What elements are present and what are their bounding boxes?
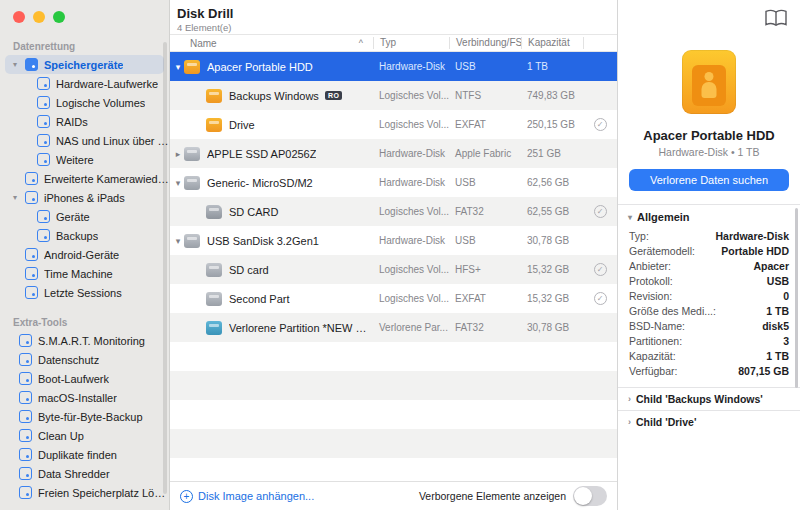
copy-icon (19, 410, 32, 423)
device-name: Apacer Portable HDD (618, 128, 800, 143)
external-drive-icon (25, 58, 38, 71)
column-header-name[interactable]: Name ^ (170, 38, 373, 49)
sidebar-item-raids[interactable]: RAIDs (0, 112, 169, 131)
sidebar-item-macos-installer[interactable]: macOS-Installer (0, 388, 169, 407)
chevron-down-icon[interactable]: ▾ (172, 62, 184, 72)
sidebar-item-logische-volumes[interactable]: Logische Volumes (0, 93, 169, 112)
sidebar-item-nas-linux-ssh[interactable]: NAS und Linux über SSH (0, 131, 169, 150)
sidebar-item-iphones-ipads[interactable]: ▾ iPhones & iPads (0, 188, 169, 207)
traffic-lights (13, 11, 65, 23)
disk-drill-window: Datenrettung ▾ Speichergeräte Hardware-L… (0, 0, 800, 510)
lost-partition-icon (206, 321, 222, 335)
detail-scrollbar[interactable] (795, 208, 798, 388)
chevron-right-icon: › (628, 417, 631, 427)
child-drive[interactable]: › Child 'Drive' (618, 410, 800, 433)
table-header: Name ^ Typ Verbindung/FS Kapazität (170, 34, 617, 52)
mounted-check-icon: ✓ (594, 205, 607, 218)
volume-icon (206, 89, 222, 103)
item-count: 4 Element(e) (177, 22, 617, 33)
chevron-down-icon[interactable]: ▾ (172, 236, 184, 246)
sidebar-item-erweiterte-kamerawiederherstellung[interactable]: Erweiterte Kamerawiederh... (0, 169, 169, 188)
table-row-drive[interactable]: Drive Logisches Vol... EXFAT 250,15 GB ✓ (170, 110, 617, 139)
chevron-right-icon[interactable]: ▸ (172, 149, 184, 159)
table-row-backups-windows[interactable]: Backups Windows RO Logisches Vol... NTFS… (170, 81, 617, 110)
column-header-typ[interactable]: Typ (373, 37, 449, 49)
section-title-datenrettung: Datenrettung (0, 37, 169, 55)
chevron-down-icon[interactable]: ▾ (13, 55, 25, 74)
internal-drive-icon (184, 147, 200, 161)
sidebar-item-geraete[interactable]: Geräte (0, 207, 169, 226)
zoom-button[interactable] (53, 11, 65, 23)
sidebar-item-backups[interactable]: Backups (0, 226, 169, 245)
eraser-icon (19, 486, 32, 499)
attach-disk-image-link[interactable]: + Disk Image anhängen... (180, 490, 314, 503)
nas-icon (37, 134, 50, 147)
hidden-items-label: Verborgene Elemente anzeigen (419, 490, 566, 502)
sidebar-item-android-geraete[interactable]: Android-Geräte (0, 245, 169, 264)
external-drive-icon (184, 60, 200, 74)
close-button[interactable] (13, 11, 25, 23)
sidebar-scrollbar[interactable] (163, 42, 167, 494)
sidebar-item-datenschutz[interactable]: Datenschutz (0, 350, 169, 369)
volume-icon (206, 292, 222, 306)
sidebar-item-time-machine[interactable]: Time Machine (0, 264, 169, 283)
chevron-down-icon: ▾ (628, 213, 632, 222)
sidebar-item-clean-up[interactable]: Clean Up (0, 426, 169, 445)
column-header-kapazitaet[interactable]: Kapazität (521, 37, 583, 49)
sidebar-item-duplikate-finden[interactable]: Duplikate finden (0, 445, 169, 464)
iphone-icon (25, 191, 38, 204)
camera-icon (25, 172, 38, 185)
sort-indicator-icon: ^ (359, 38, 363, 48)
hidden-items-toggle[interactable] (573, 486, 607, 506)
sidebar-item-weitere[interactable]: Weitere (0, 150, 169, 169)
raid-icon (37, 115, 50, 128)
chevron-down-icon[interactable]: ▾ (172, 178, 184, 188)
toggle-knob (574, 487, 592, 505)
heartbeat-icon (19, 334, 32, 347)
book-icon (764, 9, 788, 27)
table-row-sd-card-hfs[interactable]: SD card Logisches Vol... HFS+ 15,32 GB ✓ (170, 255, 617, 284)
sidebar-item-smart-monitoring[interactable]: S.M.A.R.T. Monitoring (0, 331, 169, 350)
sd-card-icon (206, 205, 222, 219)
section-allgemein[interactable]: ▾ Allgemein (618, 204, 800, 226)
shield-icon (19, 353, 32, 366)
more-icon (37, 153, 50, 166)
table-row-apple-ssd[interactable]: ▸ APPLE SSD AP0256Z Hardware-Disk Apple … (170, 139, 617, 168)
duplicate-icon (19, 448, 32, 461)
volume-icon (206, 118, 222, 132)
card-reader-icon (184, 176, 200, 190)
device-icon (682, 50, 736, 114)
volume-icon (37, 96, 50, 109)
sidebar-item-hardware-laufwerke[interactable]: Hardware-Laufwerke (0, 74, 169, 93)
plus-circle-icon: + (180, 490, 193, 503)
device-table: ▾ Apacer Portable HDD Hardware-Disk USB … (170, 52, 617, 481)
chevron-down-icon[interactable]: ▾ (13, 188, 25, 207)
sidebar-item-freien-speicherplatz-loeschen[interactable]: Freien Speicherplatz Lösc... (0, 483, 169, 502)
chevron-right-icon: › (628, 394, 631, 404)
help-book-button[interactable] (764, 9, 788, 27)
sidebar-item-boot-laufwerk[interactable]: Boot-Laufwerk (0, 369, 169, 388)
table-row-generic-microsd[interactable]: ▾ Generic- MicroSD/M2 Hardware-Disk USB … (170, 168, 617, 197)
table-row-apacer-hdd[interactable]: ▾ Apacer Portable HDD Hardware-Disk USB … (170, 52, 617, 81)
volume-icon (206, 263, 222, 277)
sidebar-item-byte-fuer-byte-backup[interactable]: Byte-für-Byte-Backup (0, 407, 169, 426)
sidebar-item-letzte-sessions[interactable]: Letzte Sessions (0, 283, 169, 302)
broom-icon (19, 429, 32, 442)
android-icon (25, 248, 38, 261)
search-lost-data-button[interactable]: Verlorene Daten suchen (629, 169, 789, 191)
table-row-second-part[interactable]: Second Part Logisches Vol... EXFAT 15,32… (170, 284, 617, 313)
column-header-verbindung[interactable]: Verbindung/FS (449, 37, 521, 49)
child-backups-windows[interactable]: › Child 'Backups Windows' (618, 387, 800, 410)
table-row-usb-sandisk[interactable]: ▾ USB SanDisk 3.2Gen1 Hardware-Disk USB … (170, 226, 617, 255)
table-row-sd-card-fat32[interactable]: SD CARD Logisches Vol... FAT32 62,55 GB … (170, 197, 617, 226)
device-list-panel: Disk Drill 4 Element(e) Name ^ Typ Verbi… (170, 0, 617, 510)
column-header-status (583, 37, 617, 49)
device-properties: Typ:Hardware-Disk Gerätemodell:Portable … (618, 226, 800, 387)
minimize-button[interactable] (33, 11, 45, 23)
table-row-verlorene-partition[interactable]: Verlorene Partition *NEW VOL... Verloren… (170, 313, 617, 342)
sidebar-item-speichergeraete[interactable]: ▾ Speichergeräte (5, 55, 164, 74)
sidebar-item-data-shredder[interactable]: Data Shredder (0, 464, 169, 483)
time-machine-icon (25, 267, 38, 280)
page-title: Disk Drill (177, 6, 617, 21)
backup-icon (37, 229, 50, 242)
